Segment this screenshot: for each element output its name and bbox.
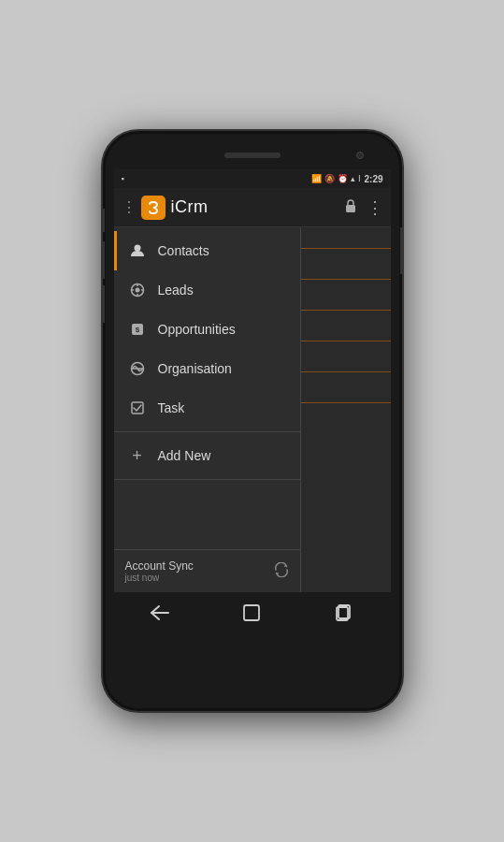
- speaker: [224, 152, 281, 158]
- content-line-1: [301, 248, 391, 249]
- leads-icon: [128, 281, 147, 299]
- app-logo: [141, 196, 166, 220]
- bluetooth-icon: 📶: [311, 174, 322, 183]
- phone-top: [111, 145, 394, 166]
- alarm-icon: ⏰: [338, 174, 348, 183]
- signal-icon: Ⅰ: [358, 174, 361, 183]
- drawer-items-list: Contacts: [114, 227, 300, 549]
- drawer-divider-2: [114, 479, 300, 480]
- phone-frame: ▪ 📶 🔕 ⏰ ▴ Ⅰ 2:29 ⋮ iCrm: [103, 131, 402, 711]
- sync-label: Account Sync: [125, 559, 194, 573]
- status-time: 2:29: [364, 174, 382, 184]
- status-right-icons: 📶 🔕 ⏰ ▴ Ⅰ 2:29: [311, 174, 382, 184]
- drawer-item-task[interactable]: Task: [114, 388, 300, 428]
- drawer-item-opportunities[interactable]: $ Opportunities: [114, 310, 300, 349]
- contacts-icon: [128, 241, 147, 260]
- svg-rect-15: [244, 605, 259, 620]
- content-line-6: [301, 402, 391, 403]
- volume-up-button: [101, 241, 105, 279]
- add-icon: +: [128, 446, 147, 465]
- organisation-label: Organisation: [158, 361, 232, 376]
- mute-icon: 🔕: [324, 174, 335, 183]
- app-bar-actions: ⋮: [344, 197, 383, 218]
- drawer-divider: [114, 431, 300, 432]
- leads-label: Leads: [158, 283, 194, 298]
- drawer-add-new[interactable]: + Add New: [114, 436, 300, 475]
- volume-down-button: [101, 285, 105, 323]
- content-line-3: [301, 310, 391, 311]
- lock-icon[interactable]: [344, 198, 357, 216]
- drawer-sync-section: Account Sync just now: [114, 549, 300, 592]
- status-bar: ▪ 📶 🔕 ⏰ ▴ Ⅰ 2:29: [114, 169, 391, 188]
- nav-bar: [114, 592, 391, 633]
- screen: ▪ 📶 🔕 ⏰ ▴ Ⅰ 2:29 ⋮ iCrm: [114, 169, 391, 633]
- organisation-icon: [128, 359, 147, 378]
- task-icon: [128, 399, 147, 417]
- opportunities-icon: $: [128, 320, 147, 339]
- content-line-2: [301, 279, 391, 280]
- app-bar: ⋮ iCrm ⋮: [114, 188, 391, 227]
- recents-button[interactable]: [327, 596, 361, 630]
- task-label: Task: [158, 400, 185, 415]
- sync-time: just now: [125, 573, 194, 583]
- contacts-label: Contacts: [158, 243, 209, 258]
- drawer-item-leads[interactable]: Leads: [114, 270, 300, 310]
- main-content: Contacts: [114, 227, 391, 592]
- content-area: [301, 227, 391, 592]
- volume-button: [400, 227, 404, 274]
- battery-icon-small: ▪: [122, 174, 124, 183]
- home-button[interactable]: [235, 596, 268, 630]
- svg-text:$: $: [135, 326, 139, 334]
- camera: [356, 152, 364, 159]
- add-new-label: Add New: [158, 448, 211, 463]
- opportunities-label: Opportunities: [158, 322, 236, 337]
- app-title: iCrm: [171, 197, 344, 217]
- content-line-5: [301, 371, 391, 372]
- sync-info: Account Sync just now: [125, 559, 194, 583]
- drawer-item-organisation[interactable]: Organisation: [114, 349, 300, 388]
- status-left-icons: ▪: [122, 174, 124, 183]
- back-button[interactable]: [143, 596, 177, 630]
- logo-icon: [145, 199, 162, 216]
- wifi-icon: ▴: [351, 174, 355, 183]
- menu-dots[interactable]: ⋮: [122, 198, 136, 216]
- navigation-drawer: Contacts: [114, 227, 301, 592]
- svg-rect-1: [346, 205, 355, 212]
- svg-point-2: [134, 245, 140, 252]
- sync-icon[interactable]: [274, 562, 289, 580]
- power-button: [101, 209, 105, 232]
- overflow-menu-icon[interactable]: ⋮: [367, 197, 383, 218]
- svg-point-8: [135, 288, 139, 293]
- drawer-item-contacts[interactable]: Contacts: [114, 231, 300, 270]
- content-line-4: [301, 341, 391, 341]
